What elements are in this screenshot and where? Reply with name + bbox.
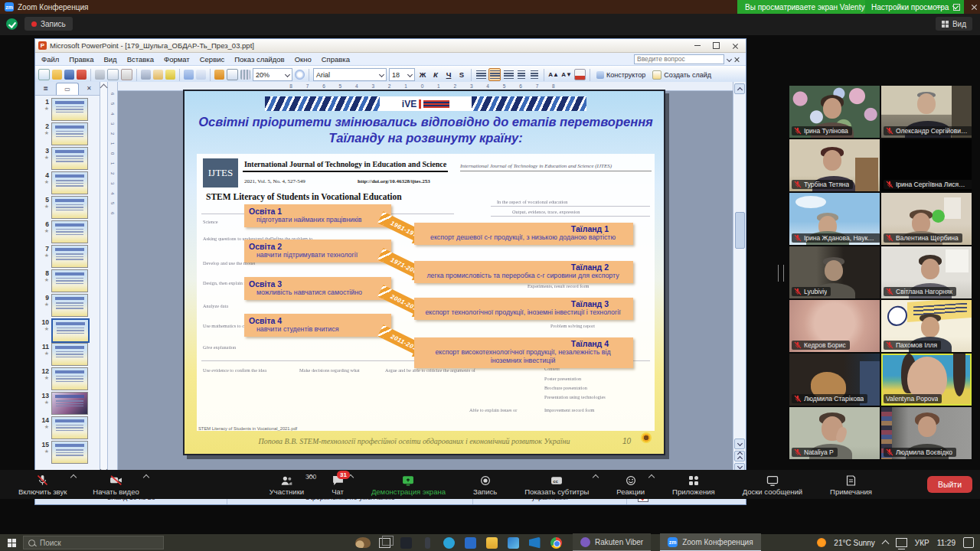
viber-taskbar-button[interactable]: Rakuten Viber [573,533,651,551]
file-explorer-icon[interactable] [484,535,499,550]
slide-thumbnail[interactable]: 9★ [38,294,98,317]
taskbar-search[interactable]: Поиск [23,536,164,549]
slide[interactable]: iVE Освітні пріоритети змінювались відпо… [183,90,665,455]
underline-button[interactable]: Ч [443,69,454,80]
print-icon[interactable] [95,70,105,80]
start-button[interactable] [0,534,23,551]
slide-thumbnail[interactable]: 15★ [38,441,98,464]
participant-tile[interactable]: Ірина Тулінова [789,86,880,138]
chevron-icon[interactable] [648,474,655,481]
telegram-icon[interactable] [441,535,456,550]
chevron-icon[interactable] [142,474,149,481]
new-icon[interactable] [38,69,50,80]
slide-thumbnail[interactable]: 11★ [38,343,98,366]
clock[interactable]: 11:29 [937,539,956,547]
slide-thumbnail[interactable]: 13★ [38,392,98,415]
panel-resize-handle[interactable] [778,265,784,282]
designer-button[interactable]: Конструктор [594,71,648,79]
language-indicator[interactable]: УКР [915,539,929,547]
chat-button[interactable]: 31 Чат [324,470,351,499]
participant-tile[interactable]: Людмила Старікова [789,354,880,406]
participant-tile[interactable]: Світлана Нагорняк [881,246,972,298]
open-icon[interactable] [52,70,62,80]
chrome-icon[interactable] [548,535,564,550]
chevron-icon[interactable] [593,474,599,481]
slide-thumbnail[interactable]: 12★ [38,367,98,390]
mail-icon[interactable] [77,70,87,80]
participant-tile[interactable]: Nataliya P [789,407,880,459]
unmute-button[interactable]: Включить звук [11,470,74,499]
redo-icon[interactable] [196,70,206,80]
leave-button[interactable]: Выйти [927,476,972,493]
menu-file[interactable]: Файл [41,55,59,64]
recording-indicator[interactable]: Запись [24,17,73,31]
slide-thumbnail[interactable]: 3★ [38,147,98,170]
menu-tools[interactable]: Сервис [200,55,225,64]
notification-center-icon[interactable] [963,537,974,548]
help-icon[interactable] [295,70,305,80]
network-icon[interactable] [896,538,907,547]
participant-tile[interactable]: Lyubiviy [789,246,880,298]
slide-thumbnail-selected[interactable]: 10★ [38,318,98,341]
slide-thumbnail[interactable]: 2★ [38,122,98,145]
participant-tile[interactable]: Пахомов Ілля [881,300,972,352]
shrink-font-button[interactable]: A▼ [561,69,572,80]
shadow-button[interactable]: S [456,69,467,80]
ppt-minimize-button[interactable] [694,45,701,46]
news-widget-icon[interactable] [355,537,371,548]
align-right-button[interactable] [503,69,514,80]
apps-button[interactable]: Приложения [665,470,723,499]
participant-tile[interactable]: Людмила Воєвідко [881,407,972,459]
start-video-button[interactable]: Начать видео [85,470,146,499]
outline-tab[interactable]: ≣ [35,83,56,94]
grid-icon[interactable] [240,70,250,80]
slide-thumbnail[interactable]: 5★ [38,196,98,219]
bullets-button[interactable] [529,69,540,80]
format-painter-icon[interactable] [165,70,175,80]
slides-tab[interactable]: ▭ [56,83,78,95]
mail-icon[interactable] [462,535,478,550]
menu-slideshow[interactable]: Показ слайдов [234,55,284,64]
ppt-scrollbar[interactable] [733,82,746,475]
menu-edit[interactable]: Правка [69,55,93,64]
participant-tile[interactable]: Ірина Сергіївна Лисянс… [881,139,972,191]
participant-tile[interactable]: Турбіна Тетяна [789,139,880,191]
vscode-icon[interactable] [527,535,542,550]
ask-question-input[interactable] [634,54,724,64]
record-button[interactable]: Запись [466,470,505,499]
copy-icon[interactable] [141,70,151,80]
chart-icon[interactable] [214,70,224,80]
italic-button[interactable]: К [430,69,441,80]
undo-icon[interactable] [184,70,194,80]
menu-format[interactable]: Формат [164,55,190,64]
grow-font-button[interactable]: A▲ [548,69,559,80]
thumbnail-scrollbar[interactable] [100,82,108,475]
spelling-icon[interactable] [121,69,132,80]
security-shield-icon[interactable] [6,18,18,30]
align-left-button[interactable] [475,69,486,80]
participant-tile-active-speaker[interactable]: Valentyna Popova [881,354,972,406]
slide-thumbnail[interactable]: 7★ [38,245,98,268]
captions-button[interactable]: cc Показать субтитры [517,470,596,499]
slide-thumbnail[interactable]: 4★ [38,171,98,194]
minimize-button[interactable] [936,7,942,8]
numbering-button[interactable] [516,69,527,80]
participant-tile[interactable]: Кедров Борис [789,300,880,352]
hidden-icons-chevron[interactable] [881,540,889,548]
chevron-down-icon[interactable] [727,56,732,61]
print-preview-icon[interactable] [107,69,119,80]
slide-thumbnail[interactable]: 1★ [38,98,98,121]
scroll-up-button[interactable] [734,83,745,94]
save-icon[interactable] [64,70,74,80]
menu-help[interactable]: Справка [322,55,350,64]
paste-icon[interactable] [153,70,163,80]
weather-text[interactable]: 21°C Sunny [834,539,874,547]
panel-close-button[interactable]: ✕ [79,83,100,94]
weather-icon[interactable] [817,538,826,547]
font-size-select[interactable]: 18 [389,68,415,81]
menu-window[interactable]: Окно [295,55,312,64]
chevron-icon[interactable] [70,474,77,481]
notes-button[interactable]: Примечания [822,470,880,499]
font-color-icon[interactable] [574,69,586,80]
table-icon[interactable] [227,69,238,80]
